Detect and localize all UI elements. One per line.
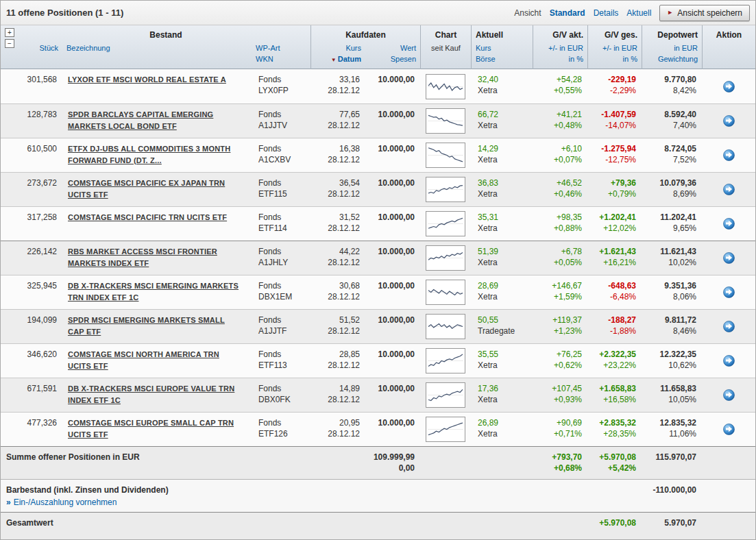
weighting: 10,05%: [642, 394, 696, 405]
sparkline-chart: [428, 110, 463, 132]
wp-art-cell: Fonds DBX1EM: [252, 275, 310, 309]
sum-gv-akt-pct: +0,68%: [533, 463, 582, 474]
depot-value-cell: 8.592,40 7,40%: [642, 104, 702, 138]
gv-ges-eur: +79,36: [587, 177, 636, 188]
sort-wpart-link[interactable]: WP-Art: [256, 44, 280, 52]
chart-thumbnail[interactable]: [426, 245, 465, 271]
weighting: 7,40%: [642, 120, 696, 131]
position-name-link[interactable]: SPDR MSCI EMERGING MARKETS SMALL CAP ETF: [68, 316, 225, 336]
purchase-price-cell: 77,65 28.12.12: [310, 104, 365, 138]
deposit-withdraw-link[interactable]: »Ein-/Auszahlung vornehmen: [6, 498, 117, 507]
exchange: Xetra: [478, 223, 533, 234]
position-name-link[interactable]: COMSTAGE MSCI NORTH AMERICA TRN UCITS ET…: [68, 350, 219, 370]
order-button[interactable]: [723, 184, 735, 195]
current-price: 26,89: [478, 417, 533, 428]
depot-value-cell: 10.079,36 8,69%: [642, 173, 702, 206]
order-icon: [723, 286, 735, 298]
sort-gewichtung-link[interactable]: Gewichtung: [658, 55, 698, 63]
gv-ges-pct: -2,29%: [587, 85, 636, 96]
order-button[interactable]: [723, 252, 735, 264]
sort-boerse-link[interactable]: Börse: [476, 55, 496, 63]
purchase-date: 28.12.12: [310, 188, 360, 199]
position-name-link[interactable]: COMSTAGE MSCI PACIFIC EX JAPAN TRN UCITS…: [68, 179, 225, 199]
header-seit-kauf: seit Kauf: [420, 40, 471, 69]
purchase-price-cell: 31,52 28.12.12: [310, 207, 365, 241]
exchange: Xetra: [478, 291, 533, 302]
order-button[interactable]: [723, 355, 735, 367]
chart-thumbnail[interactable]: [426, 314, 465, 339]
chart-thumbnail[interactable]: [426, 74, 465, 99]
view-aktuell-link[interactable]: Aktuell: [626, 8, 651, 18]
shares-count: 325,945: [21, 275, 62, 309]
sort-gv-akt-eur-link[interactable]: +/- in EUR: [548, 44, 583, 52]
weighting: 8,46%: [642, 326, 696, 336]
gv-ges-pct: -1,88%: [587, 326, 636, 336]
purchase-price-cell: 20,95 28.12.12: [310, 413, 365, 446]
chart-thumbnail[interactable]: [426, 348, 465, 373]
expand-all-icon[interactable]: +: [5, 28, 14, 37]
current-price: 66,72: [478, 109, 533, 120]
sort-depot-eur-link[interactable]: in EUR: [674, 44, 698, 52]
wkn: ETF126: [258, 428, 310, 439]
order-button[interactable]: [723, 424, 735, 435]
save-view-button[interactable]: ► Ansicht speichern: [659, 5, 750, 21]
order-button[interactable]: [723, 149, 735, 161]
sum-gv-akt-eur: +793,70: [533, 452, 582, 463]
shares-count: 128,783: [21, 104, 62, 138]
collapse-all-icon[interactable]: −: [5, 39, 14, 48]
view-standard-link[interactable]: Standard: [550, 8, 585, 18]
wkn: A1JJTV: [258, 120, 310, 131]
sort-bezeichnung-link[interactable]: Bezeichnung: [66, 44, 110, 52]
chart-thumbnail[interactable]: [426, 280, 465, 305]
sort-kurs-aktuell-link[interactable]: Kurs: [476, 44, 491, 52]
position-name-link[interactable]: COMSTAGE MSCI EUROPE SMALL CAP TRN UCITS…: [68, 419, 234, 439]
position-name-link[interactable]: COMSTAGE MSCI PACIFIC TRN UCITS ETF: [68, 213, 227, 221]
sum-depotwert-cell: 115.970,07: [642, 447, 702, 479]
order-button[interactable]: [723, 389, 735, 401]
order-button[interactable]: [723, 115, 735, 127]
gv-ges-pct: -6,48%: [587, 291, 636, 302]
sort-spesen-link[interactable]: Spesen: [391, 55, 416, 63]
sort-wkn-link[interactable]: WKN: [256, 55, 273, 63]
gv-akt-pct: +0,46%: [533, 188, 582, 199]
sort-kaufkurs-link[interactable]: Kurs: [345, 44, 361, 52]
order-button[interactable]: [723, 218, 735, 230]
chart-thumbnail[interactable]: [426, 211, 465, 236]
purchase-date: 28.12.12: [310, 360, 360, 371]
order-icon: [723, 115, 735, 127]
position-name-link[interactable]: ETFX DJ-UBS ALL COMMODITIES 3 MONTH FORW…: [68, 145, 230, 164]
sort-datum-link[interactable]: ▼Datum: [331, 55, 361, 63]
chart-thumbnail[interactable]: [426, 177, 465, 202]
position-name-link[interactable]: SPDR BARCLAYS CAPITAL EMERGING MARKETS L…: [68, 110, 213, 130]
position-name-link[interactable]: LYXOR ETF MSCI WORLD REAL ESTATE A: [68, 75, 226, 84]
position-name-link[interactable]: RBS MARKET ACCESS MSCI FRONTIER MARKETS …: [68, 247, 217, 267]
position-name-link[interactable]: DB X-TRACKERS MSCI EMERGING MARKETS TRN …: [68, 282, 239, 302]
portfolio-positions-view: 11 offene Positionen (1 - 11) Ansicht St…: [0, 0, 756, 540]
gv-ges-eur: -648,63: [587, 280, 636, 291]
order-button[interactable]: [723, 286, 735, 298]
chart-thumbnail[interactable]: [426, 108, 465, 134]
total-label: Gesamtwert: [1, 513, 310, 539]
current-price: 17,36: [478, 383, 533, 394]
chart-cell: [420, 241, 471, 275]
order-button[interactable]: [723, 81, 735, 93]
sort-gv-ges-eur-link[interactable]: +/- in EUR: [602, 44, 637, 52]
chart-thumbnail[interactable]: [426, 143, 465, 168]
sort-stueck-link[interactable]: Stück: [39, 44, 58, 52]
view-details-link[interactable]: Details: [594, 8, 619, 18]
sparkline-chart: [428, 247, 463, 269]
chart-thumbnail[interactable]: [426, 382, 465, 408]
sort-gv-ges-pct-link[interactable]: in %: [623, 55, 637, 63]
gv-akt-pct: +0,62%: [533, 360, 582, 371]
sort-wert-link[interactable]: Wert: [400, 44, 416, 52]
depot-value: 12.835,32: [642, 417, 696, 428]
current-cell: 32,40 Xetra: [471, 69, 533, 103]
exchange: Xetra: [478, 428, 533, 439]
position-name-link[interactable]: DB X-TRACKERS MSCI EUROPE VALUE TRN INDE…: [68, 384, 234, 404]
order-button[interactable]: [723, 321, 735, 332]
sort-gv-akt-pct-link[interactable]: in %: [569, 55, 583, 63]
current-price: 14,29: [478, 143, 533, 154]
chart-thumbnail[interactable]: [426, 417, 465, 442]
name-cell: COMSTAGE MSCI NORTH AMERICA TRN UCITS ET…: [62, 344, 252, 378]
purchase-value-cell: 10.000,00: [365, 104, 420, 138]
